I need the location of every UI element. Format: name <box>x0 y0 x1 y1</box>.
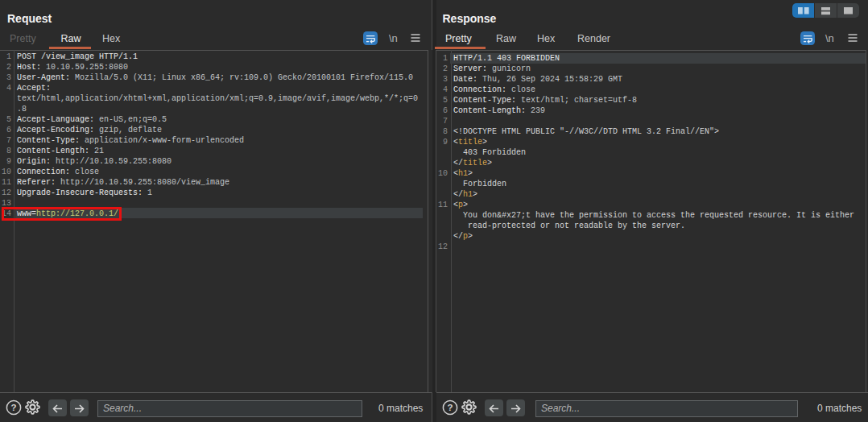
svg-text:?: ? <box>447 403 453 412</box>
svg-text:?: ? <box>10 403 16 412</box>
